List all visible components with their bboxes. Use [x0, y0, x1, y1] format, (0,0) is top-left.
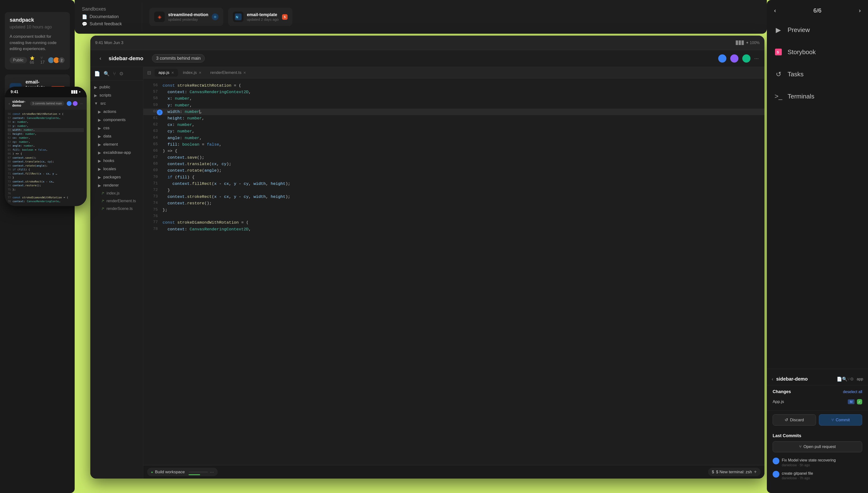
sandboxes-title: Sandboxes: [82, 6, 135, 12]
sidebar-item-storybook[interactable]: S Storybook: [767, 41, 868, 63]
file-tree-indexjs[interactable]: /* index.js: [90, 190, 143, 197]
commit-avatar-1: [772, 471, 779, 477]
changes-title: Changes: [772, 389, 791, 394]
code-line-61: 61 height: number,: [143, 115, 764, 122]
commit-message-0: Fix Model view state recovering: [782, 457, 862, 463]
terminal-add-icon[interactable]: +: [754, 469, 757, 475]
code-line-62: 62 cx: number,: [143, 122, 764, 128]
file-tree-components[interactable]: ▶ components: [90, 116, 143, 124]
build-workspace-tab[interactable]: ● Build workspace ···: [147, 468, 218, 476]
sandboxes-row: Sandboxes 📄 Documentation 💬 Submit feedb…: [75, 0, 767, 34]
code-content[interactable]: 56 const strokeRectWithRotation = ( 57 c…: [143, 79, 764, 465]
sandbox-sub-email: updated 2 days ago: [247, 17, 279, 21]
file-icon[interactable]: 📄: [94, 71, 100, 77]
change-checkbox[interactable]: ✓: [857, 399, 862, 404]
file-tree-actions[interactable]: ▶ actions: [90, 108, 143, 116]
change-filename-appjs: App.js: [772, 399, 845, 404]
preview-icon: ▶: [774, 25, 783, 34]
phone-code-line-4: 59 y: number,: [8, 124, 84, 128]
feedback-link[interactable]: 💬 Submit feedback: [82, 20, 135, 28]
phone-code-line-12: 67 context.save();: [8, 156, 84, 160]
file-tree-element[interactable]: ▶ element: [90, 140, 143, 149]
folder-icon: ▶: [98, 159, 101, 163]
change-item-appjs: App.js M ✓: [772, 397, 862, 406]
email-logo-icon: N: [235, 14, 241, 20]
file-tree-locales[interactable]: ▶ locales: [90, 165, 143, 173]
phone-back-icon[interactable]: ‹: [9, 102, 10, 105]
changes-section: Changes deselect all App.js M ✓: [767, 385, 868, 410]
collaborator-avatar-1: [718, 55, 726, 63]
phone-code-line-2: 57 context: CanvasRenderingConte…: [8, 116, 84, 120]
sandbox-card-streamlined[interactable]: ◈ streamlined-motion updated yesterday ⚛: [149, 8, 223, 26]
nav-back-icon[interactable]: ‹: [774, 7, 776, 14]
right-panel: ‹ 6/6 › ▶ Preview S Storybook ↺ Tasks >_…: [767, 0, 868, 493]
folder-icon: ▶: [98, 142, 101, 147]
sidebar-item-preview[interactable]: ▶ Preview: [767, 19, 868, 41]
phone-topbar: ‹ sidebar-demo 3 commits behind main ···: [5, 97, 87, 110]
git-subpanel: ‹ sidebar-demo 📄🔍⑂⚙ app Changes deselect…: [767, 369, 868, 486]
comment-marker: /*: [102, 207, 104, 211]
search-icon[interactable]: 🔍: [104, 71, 110, 77]
more-options-button[interactable]: ···: [754, 56, 759, 62]
sidebar-toggle-icon[interactable]: ⊟: [147, 70, 151, 76]
phone-more-icon[interactable]: ···: [80, 102, 83, 105]
git-icon[interactable]: ⑂: [113, 71, 116, 77]
sandpack-card[interactable]: sandpack updated 10 hours ago A componen…: [5, 12, 70, 69]
terminal-prompt-icon: $: [712, 470, 714, 474]
open-pull-request-button[interactable]: ⑂ Open pull request: [772, 441, 862, 452]
nav-forward-icon[interactable]: ›: [859, 7, 861, 14]
file-tree-hooks[interactable]: ▶ hooks: [90, 157, 143, 165]
deselect-all-button[interactable]: deselect all: [843, 390, 862, 394]
code-line-78: 78 context: CanvasRenderingContext2D,: [143, 226, 764, 233]
tab-renderelement[interactable]: renderElement.ts ✕: [206, 69, 250, 77]
terminal-progress-fill: [189, 474, 200, 475]
commit-button[interactable]: ⑂ Commit: [819, 414, 862, 426]
phone-code-line-19: 74 context.restore();: [8, 184, 84, 188]
collaborator-avatar-3: [742, 55, 750, 63]
file-tree-excalidraw[interactable]: ▶ excalidraw-app: [90, 149, 143, 157]
tab-indexjs[interactable]: index.js ✕: [179, 69, 206, 77]
new-terminal-label: $ New terminal: zsh: [716, 470, 752, 474]
tab-close-appjs[interactable]: ✕: [171, 71, 174, 74]
file-tree-data[interactable]: ▶ data: [90, 132, 143, 140]
code-line-60: 👤 60 width: number,: [143, 109, 764, 115]
phone-inner: ‹ sidebar-demo 3 commits behind main ···…: [5, 97, 87, 206]
phone-notch: 9:41 ▊▊▊ ✦: [5, 87, 87, 97]
new-terminal-tab[interactable]: $ $ New terminal: zsh +: [708, 468, 761, 476]
sandbox-name-streamlined: streamlined-motion: [168, 12, 208, 17]
svg-text:N: N: [236, 15, 238, 19]
file-tree-renderscene[interactable]: /* renderScene.ts: [90, 205, 143, 213]
file-tree-renderelement[interactable]: /* renderElement.ts: [90, 197, 143, 205]
folder-icon: ▶: [98, 175, 101, 179]
diff-back-button[interactable]: ‹: [772, 376, 774, 382]
file-tree-public[interactable]: ▶ public: [90, 83, 143, 91]
code-line-64: 64 angle: number,: [143, 135, 764, 141]
change-badge-modified: M: [848, 399, 854, 404]
sandbox-card-email[interactable]: N email-template updated 2 days ago 5: [228, 8, 292, 26]
commits-behind-badge: 3 commits behind main: [152, 54, 205, 63]
terminal-more-icon[interactable]: ···: [210, 469, 214, 475]
folder-icon: ▼: [94, 101, 98, 106]
sandboxes-nav: Sandboxes 📄 Documentation 💬 Submit feedb…: [75, 2, 142, 31]
code-line-66: 66 ) => {: [143, 148, 764, 154]
documentation-link[interactable]: 📄 Documentation: [82, 13, 135, 20]
file-tree-css[interactable]: ▶ css: [90, 124, 143, 132]
discard-button[interactable]: ↺ Discard: [772, 414, 816, 426]
settings-icon[interactable]: ⚙: [119, 71, 124, 77]
code-line-71: 71 context.fillRect(x - cx, y - cy, widt…: [143, 180, 764, 187]
svg-text:S: S: [777, 50, 779, 54]
last-commits-section: Last Commits ⑂ Open pull request Fix Mod…: [767, 429, 868, 486]
file-tree-scripts[interactable]: ▶ scripts: [90, 91, 143, 100]
file-tree-renderer[interactable]: ▶ renderer: [90, 181, 143, 190]
tab-close-renderelement[interactable]: ✕: [243, 71, 246, 74]
sandpack-subtitle: updated 10 hours ago: [9, 25, 65, 29]
sidebar-item-tasks[interactable]: ↺ Tasks: [767, 63, 868, 85]
sidebar-item-terminals[interactable]: >_ Terminals: [767, 85, 868, 107]
back-button[interactable]: ‹: [96, 54, 105, 63]
tab-close-indexjs[interactable]: ✕: [199, 71, 202, 74]
file-tree-icons: 📄 🔍 ⑂ ⚙: [90, 71, 143, 81]
code-line-69: 69 context.rotate(angle);: [143, 167, 764, 174]
file-tree-packages[interactable]: ▶ packages: [90, 173, 143, 181]
file-tree-src[interactable]: ▼ src: [90, 100, 143, 108]
tab-appjs[interactable]: app.js ✕: [155, 69, 178, 77]
